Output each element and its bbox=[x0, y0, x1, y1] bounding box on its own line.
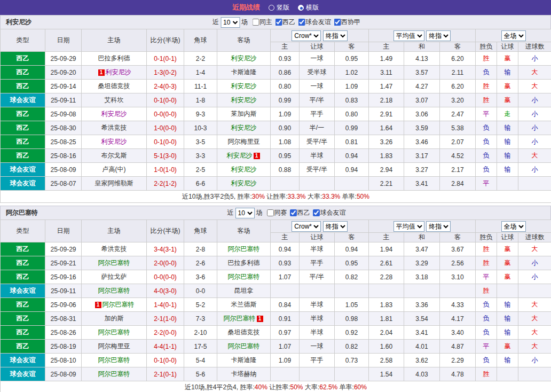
goals-result-cell: 小 bbox=[518, 163, 551, 177]
radio-horizontal-icon[interactable] bbox=[298, 5, 304, 11]
corner-cell: 2-2 bbox=[184, 52, 217, 66]
avg-stage-select[interactable]: 终指 bbox=[426, 221, 451, 232]
team-link[interactable]: 卡斯迪隆 bbox=[231, 356, 257, 364]
filter-checkbox[interactable] bbox=[290, 209, 297, 216]
filter-option[interactable]: 球会友谊 bbox=[295, 18, 331, 27]
odds-away-cell: 0.98 bbox=[335, 312, 369, 326]
team-link[interactable]: 阿尔巴塞特 bbox=[98, 356, 130, 364]
goals-result-cell: 大 bbox=[518, 80, 551, 93]
team-link[interactable]: 加的斯 bbox=[105, 315, 124, 322]
team-link[interactable]: 莱加内斯 bbox=[231, 110, 257, 117]
filter-checkbox[interactable] bbox=[252, 19, 259, 26]
team-link[interactable]: 昆坦拿 bbox=[234, 287, 254, 294]
team-link[interactable]: 阿尔巴塞特 bbox=[103, 301, 135, 308]
team-link[interactable]: 利安尼沙 bbox=[101, 110, 127, 117]
filter-checkbox[interactable] bbox=[298, 19, 305, 26]
team-link[interactable]: 阿尔巴塞特 bbox=[228, 245, 260, 253]
red-card-badge: 1 bbox=[95, 302, 101, 308]
radio-vertical-icon[interactable] bbox=[269, 5, 274, 11]
odds-home-cell bbox=[271, 367, 300, 381]
filter-option[interactable]: 球会友谊 bbox=[310, 208, 346, 217]
team-link[interactable]: 巴拉多利德 bbox=[228, 259, 260, 266]
odds-stage-select[interactable]: 终指 bbox=[323, 221, 348, 232]
avg-away-cell: 3.40 bbox=[440, 326, 476, 340]
team-link[interactable]: 利安尼沙 bbox=[106, 68, 131, 76]
recent-count-select[interactable]: 10 bbox=[235, 208, 255, 218]
odds-home-cell: 1.08 bbox=[271, 135, 300, 149]
handicap-cell: 半球 bbox=[300, 312, 335, 326]
winloss-cell: 胜 bbox=[476, 242, 497, 256]
filter-checkbox[interactable] bbox=[313, 209, 320, 216]
avg-away-cell: 2.29 bbox=[440, 354, 476, 367]
odds-home-cell: 0.93 bbox=[271, 52, 300, 66]
team-link[interactable]: 卢高(中) bbox=[103, 166, 126, 173]
team-link[interactable]: 阿尔巴塞特 bbox=[98, 287, 130, 294]
team-link[interactable]: 阿尔巴塞特 bbox=[98, 328, 130, 336]
team-link[interactable]: 利安尼沙 bbox=[227, 152, 253, 159]
team-link[interactable]: 卡斯迪隆 bbox=[231, 68, 257, 76]
home-team-cell: 阿尔巴塞特 bbox=[82, 284, 147, 298]
team-link[interactable]: 卡塔赫纳 bbox=[231, 370, 257, 378]
date-cell: 25-08-07 bbox=[45, 177, 82, 191]
date-cell: 25-08-26 bbox=[45, 326, 82, 340]
date-cell: 25-09-20 bbox=[45, 66, 82, 80]
team-link[interactable]: 希洪竞技 bbox=[101, 245, 127, 253]
team-link[interactable]: 米兰德斯 bbox=[231, 301, 257, 308]
filter-checkbox[interactable] bbox=[275, 19, 282, 26]
radio-vertical[interactable]: 竖版 bbox=[269, 3, 289, 12]
team-link[interactable]: 萨拉戈萨 bbox=[101, 273, 127, 280]
league-type-cell: 球会友谊 bbox=[1, 354, 45, 367]
radio-horizontal[interactable]: 横版 bbox=[298, 3, 319, 12]
team-link[interactable]: 利安尼沙 bbox=[101, 138, 127, 145]
corner-cell: 3-6 bbox=[184, 270, 217, 284]
handicap-cell: 平手 bbox=[300, 256, 335, 270]
avg-draw-cell: 3.41 bbox=[404, 326, 440, 340]
filter-checkbox[interactable] bbox=[267, 209, 274, 216]
team-link[interactable]: 利安尼沙 bbox=[231, 179, 257, 187]
team-link[interactable]: 阿尔巴塞特 bbox=[98, 259, 130, 266]
home-team-cell: 阿尔巴塞特 bbox=[82, 326, 147, 340]
filter-checkbox[interactable] bbox=[334, 19, 341, 26]
col-odds-away: 客 bbox=[335, 233, 369, 242]
team-link[interactable]: 桑坦德竞技 bbox=[228, 328, 260, 336]
date-cell: 25-09-14 bbox=[45, 80, 82, 93]
filter-option[interactable]: 西协甲 bbox=[331, 18, 360, 27]
score-cell: 1-3(0-2) bbox=[147, 66, 184, 80]
team-link[interactable]: 阿尔巴塞特 bbox=[228, 273, 260, 280]
team-link[interactable]: 利安尼沙 bbox=[231, 166, 257, 173]
team-link[interactable]: 阿尔梅里亚 bbox=[228, 138, 260, 145]
team-link[interactable]: 阿尔梅里亚 bbox=[98, 342, 130, 350]
scope-select[interactable]: 全场 bbox=[501, 30, 526, 41]
filter-option[interactable]: 同主 bbox=[249, 18, 272, 27]
team-link[interactable]: 利安尼沙 bbox=[231, 54, 257, 62]
odds-home-cell: 0.99 bbox=[271, 93, 300, 107]
team-link[interactable]: 阿尔巴塞特 bbox=[224, 315, 256, 322]
team-link[interactable]: 皇家阿维勒斯 bbox=[95, 179, 133, 187]
team-link[interactable]: 巴拉多利德 bbox=[98, 54, 130, 62]
team-link[interactable]: 阿尔巴塞特 bbox=[228, 342, 260, 350]
team-link[interactable]: 桑坦德竞技 bbox=[98, 82, 130, 90]
team-link[interactable]: 利安尼沙 bbox=[231, 82, 257, 90]
match-row: 西乙25-09-16萨拉戈萨0-0(0-0)3-6阿尔巴塞特1.07平/半0.8… bbox=[1, 270, 551, 284]
filter-option[interactable]: 同赛 bbox=[264, 208, 287, 217]
odds-stage-select[interactable]: 终指 bbox=[323, 30, 348, 41]
col-away: 客场 bbox=[217, 29, 271, 52]
match-row: 西乙25-09-061阿尔巴塞特1-4(0-1)5-2米兰德斯0.84半球1.0… bbox=[1, 298, 551, 312]
odds-company-select[interactable]: Crow* bbox=[292, 221, 321, 232]
odds-company-select[interactable]: Crow* bbox=[292, 30, 321, 41]
avg-draw-cell: 4.27 bbox=[404, 80, 440, 93]
filter-option[interactable]: 西乙 bbox=[272, 18, 295, 27]
team-link[interactable]: 布尔戈斯 bbox=[101, 152, 127, 159]
team-link[interactable]: 利安尼沙 bbox=[231, 124, 257, 131]
avg-source-select[interactable]: 平均值 bbox=[393, 30, 424, 41]
team-link[interactable]: 利安尼沙 bbox=[231, 96, 257, 104]
col-handicap-result: 让球 bbox=[497, 42, 518, 52]
filter-option[interactable]: 西乙 bbox=[287, 208, 310, 217]
avg-source-select[interactable]: 平均值 bbox=[393, 221, 424, 232]
scope-select[interactable]: 全场 bbox=[501, 221, 526, 232]
team-link[interactable]: 艾科坎 bbox=[105, 96, 124, 104]
recent-count-select[interactable]: 10 bbox=[221, 17, 240, 28]
team-link[interactable]: 阿尔巴塞特 bbox=[98, 370, 130, 378]
avg-stage-select[interactable]: 终指 bbox=[426, 30, 451, 41]
team-link[interactable]: 希洪竞技 bbox=[101, 124, 127, 131]
